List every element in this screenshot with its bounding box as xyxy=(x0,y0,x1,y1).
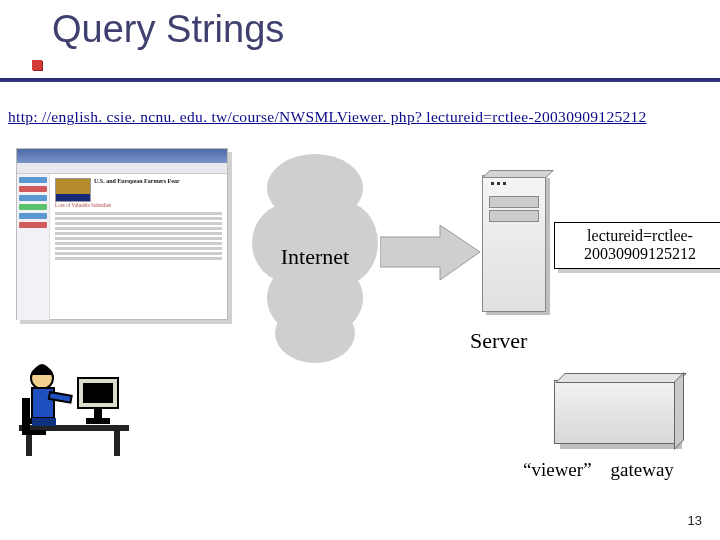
gateway-box-icon xyxy=(554,380,676,444)
news-photo xyxy=(55,178,91,202)
sidebar-chip xyxy=(19,177,47,183)
svg-rect-8 xyxy=(114,431,120,456)
server-icon xyxy=(482,175,546,312)
text-line xyxy=(55,212,222,215)
text-line xyxy=(55,232,222,235)
svg-point-4 xyxy=(275,303,355,363)
sidebar-chip xyxy=(19,195,47,201)
slide-title: Query Strings xyxy=(52,8,284,51)
sidebar-chip xyxy=(19,222,47,228)
gateway-label: “viewer” gateway xyxy=(523,459,674,481)
server-leds xyxy=(491,182,506,185)
text-line xyxy=(55,247,222,250)
svg-marker-5 xyxy=(380,225,480,280)
arrow-right-icon xyxy=(380,225,480,280)
sidebar-chip xyxy=(19,213,47,219)
title-underline xyxy=(0,78,720,82)
slide-root: Query Strings http: //english. csie. ncn… xyxy=(0,0,720,540)
user-at-computer-icon xyxy=(14,340,134,460)
browser-content: U.S. and European Farmers Fear Loss of V… xyxy=(50,174,227,320)
text-line xyxy=(55,242,222,245)
svg-rect-10 xyxy=(83,383,113,403)
text-line xyxy=(55,257,222,260)
text-line xyxy=(55,222,222,225)
svg-rect-19 xyxy=(22,430,46,435)
browser-toolbar xyxy=(17,163,227,174)
svg-rect-18 xyxy=(22,398,30,432)
text-line xyxy=(55,217,222,220)
sidebar-chip xyxy=(19,186,47,192)
server-label: Server xyxy=(470,328,527,354)
sidebar-chip xyxy=(19,204,47,210)
server-drive xyxy=(489,210,539,222)
news-subhead: Loss of Valuable Subsidies xyxy=(55,202,222,209)
browser-sidebar xyxy=(17,174,50,320)
example-url[interactable]: http: //english. csie. ncnu. edu. tw/cou… xyxy=(8,108,647,126)
browser-titlebar xyxy=(17,149,227,163)
browser-body: U.S. and European Farmers Fear Loss of V… xyxy=(17,174,227,320)
text-line xyxy=(55,252,222,255)
svg-rect-17 xyxy=(32,418,56,426)
internet-label: Internet xyxy=(255,244,375,270)
text-line xyxy=(55,227,222,230)
querystring-line2: 20030909125212 xyxy=(584,245,696,262)
querystring-box: lectureid=rctlee- 20030909125212 xyxy=(554,222,720,269)
text-line xyxy=(55,237,222,240)
page-number: 13 xyxy=(688,513,702,528)
server-drive xyxy=(489,196,539,208)
browser-mock: U.S. and European Farmers Fear Loss of V… xyxy=(16,148,228,320)
svg-rect-12 xyxy=(86,418,110,424)
title-bullet xyxy=(32,60,42,70)
svg-rect-11 xyxy=(94,408,102,418)
querystring-line1: lectureid=rctlee- xyxy=(587,227,693,244)
